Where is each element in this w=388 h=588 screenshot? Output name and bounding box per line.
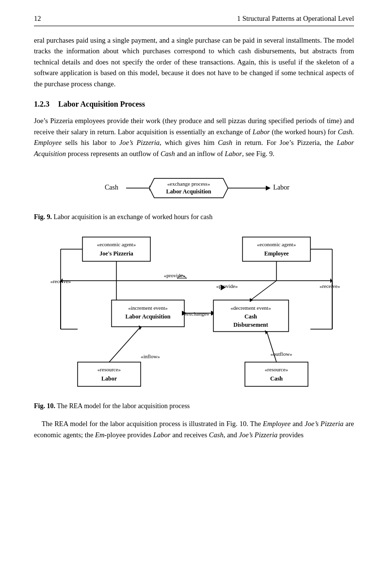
fig10-receive2: «receive» bbox=[320, 283, 340, 289]
figure-10-diagram: «economic agent» Joe's Pizzeria «economi… bbox=[34, 230, 354, 395]
fig9-caption: Fig. 9. Labor acquisition is an exchange… bbox=[34, 212, 354, 222]
fig10-decrement-stereotype: «decrement event» bbox=[230, 305, 271, 311]
fig10-provide2-label: «provide» bbox=[216, 283, 238, 289]
fig9-labor-label: Labor bbox=[273, 184, 290, 191]
fig10-decrement-label2: Disbursement bbox=[233, 321, 268, 328]
page-number: 12 bbox=[34, 15, 41, 23]
paragraph-1: eral purchases paid using a single payme… bbox=[34, 35, 354, 89]
fig10-agent1-stereotype: «economic agent» bbox=[97, 241, 136, 247]
fig10-resource1-label: Labor bbox=[101, 375, 117, 382]
fig10-increment-label: Labor Acquisition bbox=[126, 313, 171, 320]
page: 12 1 Structural Patterns at Operational … bbox=[0, 0, 388, 466]
page-header: 12 1 Structural Patterns at Operational … bbox=[34, 15, 354, 26]
paragraph-3: The REA model for the labor acquisition … bbox=[34, 418, 354, 440]
section-title-1-2-3: 1.2.3Labor Acquisition Process bbox=[34, 100, 354, 109]
fig9-box-label: Labor Acquisition bbox=[166, 188, 211, 195]
fig10-agent1-label: Joe's Pizzeria bbox=[99, 250, 133, 257]
fig10-decrement-label1: Cash bbox=[244, 313, 257, 320]
figure-10: «economic agent» Joe's Pizzeria «economi… bbox=[34, 230, 354, 397]
fig10-resource1-box bbox=[78, 362, 141, 386]
fig9-stereotype: «exchange process» bbox=[167, 181, 210, 187]
fig10-inflow-label: «inflow» bbox=[141, 353, 160, 359]
fig10-resource1-stereotype: «resource» bbox=[97, 366, 121, 372]
fig9-cash-label: Cash bbox=[105, 184, 118, 191]
fig9-arrow2 bbox=[266, 186, 271, 191]
fig10-exchange-label: «exchange» bbox=[184, 311, 210, 317]
figure-9: Cash «exchange process» Labor Acquisitio… bbox=[34, 169, 354, 207]
fig10-caption: Fig. 10. The REA model for the labor acq… bbox=[34, 401, 354, 411]
svg-line-15 bbox=[109, 327, 141, 362]
fig10-agent2-stereotype: «economic agent» bbox=[257, 241, 296, 247]
fig10-increment-stereotype: «increment event» bbox=[128, 305, 168, 311]
figure-9-diagram: Cash «exchange process» Labor Acquisitio… bbox=[92, 169, 296, 207]
fig10-agent1-box bbox=[82, 237, 150, 261]
fig10-resource2-box bbox=[245, 362, 308, 386]
fig10-resource2-stereotype: «resource» bbox=[265, 366, 288, 372]
fig10-agent2-box bbox=[242, 237, 310, 261]
fig10-resource2-label: Cash bbox=[270, 375, 283, 382]
fig10-agent2-label: Employee bbox=[264, 250, 289, 257]
svg-line-16 bbox=[267, 332, 276, 362]
paragraph-2: Joe’s Pizzeria employees provide their w… bbox=[34, 115, 354, 159]
chapter-ref: 1 Structural Patterns at Operational Lev… bbox=[237, 15, 354, 23]
svg-line-11 bbox=[251, 281, 276, 300]
